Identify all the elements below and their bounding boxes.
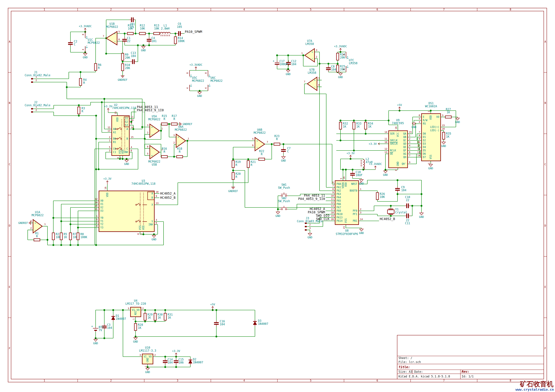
pin-number[interactable]: 13 <box>331 205 334 207</box>
ref-value-label[interactable]: R <box>98 66 100 70</box>
pin-name[interactable]: NRST <box>351 183 357 185</box>
ref-value-label[interactable]: 104 <box>131 54 136 58</box>
ref-value-label[interactable]: R19 <box>235 160 241 164</box>
ic-U9[interactable]: 14SER11SRCLK10SRCLR12RCLK13OE15QA1QB2QC3… <box>384 119 412 171</box>
resistor-R13[interactable]: R1310K <box>153 24 160 35</box>
gndref-flag[interactable]: GNDREF <box>228 187 238 193</box>
ref-value-label[interactable]: R <box>164 150 165 153</box>
ic-U8[interactable]: 6PA07PA18PA29PA310PA411PA512PA613PA717PA… <box>331 177 363 236</box>
pin-number[interactable]: 5 <box>109 146 110 149</box>
ref-value-label[interactable]: R <box>235 175 237 178</box>
pin-number[interactable]: 8 <box>204 72 207 74</box>
capacitor-C11[interactable]: 22C11 <box>405 214 411 225</box>
pin-number[interactable]: 16 <box>114 111 117 114</box>
pin-name[interactable]: PA6 <box>336 203 341 206</box>
ref-value-label[interactable]: 281 <box>130 22 135 26</box>
ref-value-label[interactable]: 1K <box>343 125 346 128</box>
ref-value-label[interactable]: 1K <box>368 125 372 128</box>
pin-name[interactable]: B <box>152 196 153 199</box>
power-label[interactable]: +5V <box>397 103 402 107</box>
pin-name[interactable]: INH <box>148 223 153 226</box>
ref-value-label[interactable]: C13 <box>131 51 136 55</box>
pin-name[interactable]: PA1 <box>336 186 341 189</box>
pin-number[interactable]: 2 <box>96 221 98 224</box>
pin-name[interactable]: VI <box>144 355 146 358</box>
power-flag-+3.3V[interactable]: +3.3V <box>104 105 112 112</box>
gndref-label[interactable]: GNDREF <box>118 78 127 81</box>
ic-U2[interactable]: 12A013A12B01B15C03C111S110S29S314A15B4C6… <box>108 103 136 158</box>
pin-number[interactable]: 1 <box>109 139 110 142</box>
resistor-R34[interactable]: R341K <box>365 121 373 130</box>
pin-number[interactable]: 3 <box>442 114 443 117</box>
gnd-label[interactable]: GND <box>383 173 388 177</box>
pin-name[interactable]: E <box>423 115 424 119</box>
power-flag-left-+3.3V[interactable]: +3.3V <box>369 142 380 145</box>
pin-number[interactable]: 1 <box>132 318 135 320</box>
pin-number[interactable]: 10 <box>331 194 334 197</box>
pin-name[interactable]: GND <box>396 162 399 166</box>
pin-name[interactable]: VDD <box>106 192 109 197</box>
gndref-flag[interactable]: GNDREF <box>18 221 31 225</box>
pin-name[interactable]: Y0 <box>100 216 103 219</box>
pin-number[interactable]: 8 <box>395 170 397 171</box>
pin-number[interactable]: 15 <box>343 226 345 229</box>
ic-U3[interactable]: 12X014X115X211X31Y05Y12Y24Y310A9B13X3Y6I… <box>95 179 159 235</box>
pin-name[interactable]: X1 <box>100 203 103 206</box>
ref-value-label[interactable]: R5 <box>64 232 67 236</box>
pin-number[interactable]: 5 <box>409 148 410 150</box>
resistor-R30[interactable]: R301K <box>154 312 163 321</box>
pin-number[interactable]: 5 <box>96 218 98 221</box>
pin-number[interactable]: 2 <box>409 137 410 140</box>
ref-value-label[interactable]: 1K <box>447 111 450 114</box>
pin-name[interactable]: QH' <box>402 162 406 165</box>
pin-number[interactable]: 16 <box>442 127 445 130</box>
pin-name[interactable]: B <box>126 137 128 140</box>
ref-value-label[interactable]: R28 <box>138 323 143 327</box>
power-label[interactable]: +3.3VADC <box>189 63 202 66</box>
power-label[interactable]: +3.3V <box>347 152 355 155</box>
gndref-flag[interactable]: GNDREF <box>118 76 127 81</box>
pin-name[interactable]: Y <box>152 220 153 223</box>
ref-value-label[interactable]: 74HC595 <box>392 121 404 125</box>
pin-number[interactable]: 6 <box>252 144 254 147</box>
ref-value-label[interactable]: 106 <box>178 361 184 364</box>
pin-number[interactable]: 14 <box>131 126 133 129</box>
pin-number[interactable]: 2 <box>109 136 110 138</box>
pin-number[interactable]: 1 <box>409 134 410 137</box>
gnd-label[interactable]: GND <box>145 371 150 374</box>
ref-value-label[interactable]: C5 <box>131 25 134 29</box>
pin-name[interactable]: SER <box>390 132 395 135</box>
ref-value-label[interactable]: 10K <box>140 27 145 30</box>
ref-value-label[interactable]: R17 <box>172 114 177 118</box>
pin-number[interactable]: 14 <box>384 131 387 133</box>
ref-value-label[interactable]: MCP6022 <box>88 41 100 44</box>
pin-number[interactable]: 2 <box>428 111 430 112</box>
pin-number[interactable]: 6 <box>332 181 334 184</box>
power-flag-+3.3V[interactable]: +3.3V <box>347 152 355 159</box>
capacitor-C1[interactable]: C122 <box>122 36 130 43</box>
pin-name[interactable]: Y3 <box>100 226 103 229</box>
ref-value-label[interactable]: R23 <box>274 134 280 138</box>
pin-name[interactable]: A <box>126 128 128 131</box>
ref-value-label[interactable]: C4 <box>152 36 155 40</box>
ref-value-label[interactable]: U1B <box>110 22 115 25</box>
ref-value-label[interactable]: R21 <box>251 160 256 164</box>
gnd-flag[interactable]: GND <box>441 141 446 148</box>
gnd-label[interactable]: GND <box>83 56 88 59</box>
pin-number[interactable]: 16 <box>343 177 345 179</box>
gnd-label[interactable]: GND <box>141 49 146 52</box>
pin-name[interactable]: VDD <box>429 115 432 120</box>
resistor-R4[interactable]: R4R <box>79 78 87 86</box>
gnd-flag[interactable]: GND <box>286 69 291 76</box>
resistor-R1[interactable]: R1R <box>33 232 41 241</box>
pin-number[interactable]: 16 <box>104 187 107 190</box>
ref-value-label[interactable]: 2.8mH <box>161 27 169 30</box>
pin-number[interactable]: 7 <box>304 80 305 83</box>
pin-number[interactable]: 11 <box>131 115 133 118</box>
ref-value-label[interactable]: 1K <box>356 125 360 128</box>
pin-name[interactable]: VO <box>149 355 152 358</box>
pin-number[interactable]: 2 <box>154 354 156 356</box>
pin-number[interactable]: 11 <box>95 208 98 211</box>
capacitor-C7[interactable]: C7C <box>281 147 291 154</box>
pin-number[interactable]: 19 <box>331 214 334 217</box>
